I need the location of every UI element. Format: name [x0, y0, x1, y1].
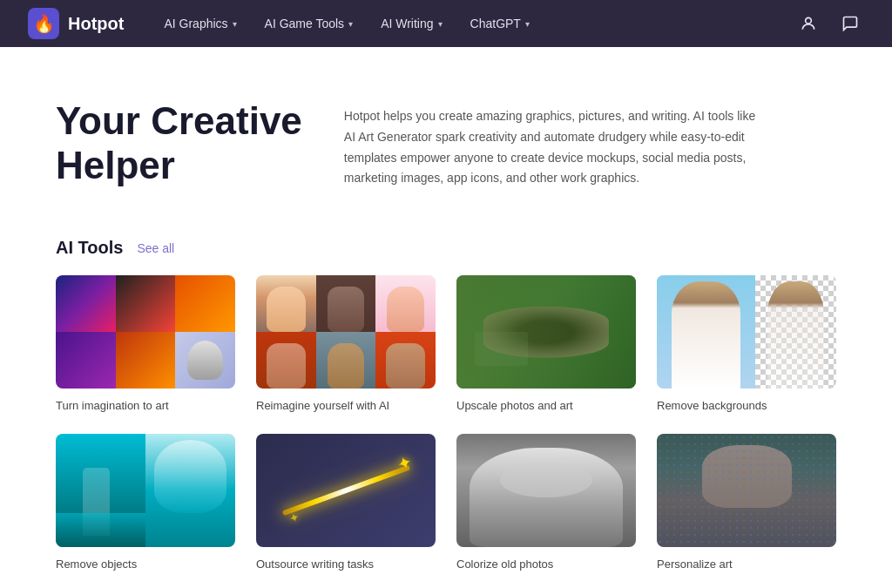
nav-ai-graphics-label: AI Graphics [164, 17, 227, 30]
nav-ai-graphics[interactable]: AI Graphics ▾ [152, 11, 248, 36]
mona-visual [657, 434, 836, 547]
logo-icon: 🔥 [28, 8, 59, 39]
hero-title-line2: Helper [56, 144, 175, 186]
sparkle-container: ✦ ✦ [256, 434, 436, 547]
nav-ai-game-tools-label: AI Game Tools [265, 17, 345, 30]
tool-card-colorize[interactable]: Colorize old photos [456, 434, 636, 571]
navbar: 🔥 Hotpot AI Graphics ▾ AI Game Tools ▾ A… [0, 0, 892, 47]
tool-card-art-generator[interactable]: Turn imagination to art [56, 275, 235, 413]
tool-label-art-generator: Turn imagination to art [56, 399, 169, 412]
mosaic-cell [116, 332, 176, 389]
chevron-down-icon: ▾ [348, 19, 353, 29]
nav-right [794, 10, 864, 37]
nav-ai-writing-label: AI Writing [381, 17, 433, 30]
face-cell [256, 275, 316, 332]
chevron-down-icon: ▾ [438, 19, 443, 29]
tool-card-remove-bg[interactable]: Remove backgrounds [657, 275, 836, 413]
tool-thumb-personalize [657, 434, 836, 547]
face-cell [316, 275, 376, 332]
see-all-link[interactable]: See all [137, 241, 174, 255]
surf-panel-right [145, 434, 235, 547]
tools-section: AI Tools See all [56, 238, 836, 571]
tool-label-upscale: Upscale photos and art [456, 399, 573, 412]
tool-label-reimagine: Reimagine yourself with AI [256, 399, 389, 412]
chat-icon[interactable] [836, 10, 864, 37]
bg-transparent-side [755, 275, 836, 389]
tool-thumb-colorize [456, 434, 636, 547]
chevron-down-icon: ▾ [525, 19, 530, 29]
chevron-down-icon: ▾ [233, 19, 237, 29]
user-icon[interactable] [794, 10, 822, 37]
face-cell [256, 332, 316, 389]
hero-title-line1: Your Creative [56, 99, 302, 142]
person-figure-transparent [767, 281, 824, 389]
tool-card-upscale[interactable]: Upscale photos and art [456, 275, 636, 413]
tool-label-remove-bg: Remove backgrounds [657, 399, 767, 412]
tool-thumb-reimagine [256, 275, 436, 389]
hero-title: Your Creative Helper [56, 99, 302, 187]
mosaic-cell [56, 275, 116, 332]
tool-label-remove-obj: Remove objects [56, 558, 137, 571]
surf-visual [56, 434, 235, 547]
wave-bottom [56, 513, 145, 547]
tool-thumb-remove-bg [657, 275, 836, 389]
mosaic-cell [175, 275, 235, 332]
nav-chatgpt-label: ChatGPT [470, 17, 521, 30]
sparkle-bar: ✦ ✦ [281, 465, 409, 516]
colorize-visual [456, 434, 636, 547]
main-content: Your Creative Helper Hotpot helps you cr… [0, 47, 892, 588]
tools-grid: Turn imagination to art [56, 275, 836, 571]
face-cell [316, 332, 376, 389]
nav-items: AI Graphics ▾ AI Game Tools ▾ AI Writing… [152, 11, 787, 36]
mosaic-cell [56, 332, 116, 389]
tool-thumb-writing: ✦ ✦ [256, 434, 436, 547]
tool-card-writing[interactable]: ✦ ✦ Outsource writing tasks [256, 434, 436, 571]
surf-panel-left [56, 434, 145, 547]
sparkle-star-small: ✦ [287, 510, 301, 526]
mosaic-cell [175, 332, 235, 389]
svg-point-2 [806, 17, 812, 24]
eye-color-overlay [456, 275, 636, 389]
bg-remove-split [657, 275, 836, 389]
bw-portrait [470, 448, 622, 547]
sparkle-star: ✦ [394, 450, 415, 475]
tool-card-reimagine[interactable]: Reimagine yourself with AI [256, 275, 436, 413]
tool-card-personalize[interactable]: Personalize art [657, 434, 836, 571]
hero-section: Your Creative Helper Hotpot helps you cr… [56, 99, 836, 189]
section-header: AI Tools See all [56, 238, 836, 258]
nav-chatgpt[interactable]: ChatGPT ▾ [458, 11, 542, 36]
section-title: AI Tools [56, 238, 123, 258]
mosaic-cell [116, 275, 176, 332]
eye-visual [456, 275, 636, 389]
nav-ai-game-tools[interactable]: AI Game Tools ▾ [253, 11, 366, 36]
writing-visual: ✦ ✦ [256, 434, 436, 547]
nav-ai-writing[interactable]: AI Writing ▾ [368, 11, 454, 36]
tool-card-remove-obj[interactable]: Remove objects [56, 434, 235, 571]
tool-thumb-remove-obj [56, 434, 235, 547]
tool-label-writing: Outsource writing tasks [256, 558, 374, 571]
tool-label-colorize: Colorize old photos [456, 558, 553, 571]
mona-blue-filter [657, 434, 836, 547]
face-cell [375, 275, 436, 332]
tool-thumb-art-generator [56, 275, 235, 389]
art-mosaic [56, 275, 235, 389]
logo[interactable]: 🔥 Hotpot [28, 8, 124, 39]
svg-text:🔥: 🔥 [33, 13, 55, 34]
face-cell [375, 332, 436, 389]
faces-mosaic [256, 275, 436, 389]
tool-label-personalize: Personalize art [657, 558, 733, 571]
tool-thumb-upscale [456, 275, 636, 389]
person-figure [672, 281, 740, 389]
hero-description: Hotpot helps you create amazing graphics… [344, 99, 762, 189]
logo-text: Hotpot [68, 14, 124, 34]
bg-remove-visual [657, 275, 836, 389]
wave-crest [154, 440, 226, 514]
bw-hair [500, 463, 591, 497]
bg-solid-side [657, 275, 755, 389]
